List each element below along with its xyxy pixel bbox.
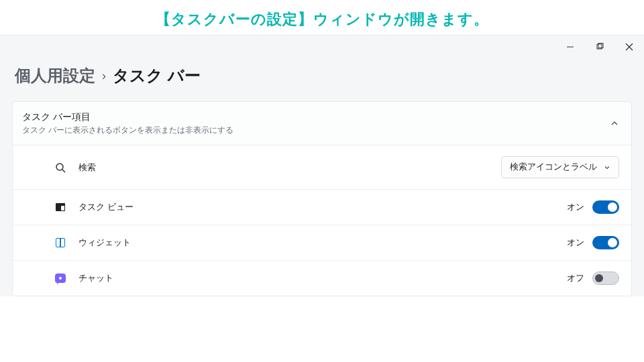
window-controls	[555, 36, 644, 58]
row-search-label: 検索	[78, 162, 501, 174]
widgets-icon	[54, 237, 66, 249]
search-dropdown-value: 検索アイコンとラベル	[510, 162, 597, 173]
row-search: 検索 検索アイコンとラベル	[13, 145, 631, 190]
widgets-toggle-state: オン	[567, 237, 584, 249]
chevron-up-icon	[610, 119, 619, 128]
breadcrumb-parent[interactable]: 個人用設定	[15, 65, 95, 86]
svg-line-6	[62, 170, 65, 172]
taskview-toggle-wrap: オン	[567, 200, 619, 214]
row-taskview: タスク ビュー オン	[13, 190, 631, 225]
taskview-toggle[interactable]	[592, 200, 619, 214]
row-chat-label: チャット	[78, 272, 567, 284]
chevron-right-icon: ›	[102, 69, 106, 83]
widgets-toggle[interactable]	[592, 236, 619, 249]
taskview-icon	[54, 201, 66, 213]
content-area: 個人用設定 › タスク バー タスク バー項目 タスク バーに表示されるボタンを…	[0, 36, 644, 296]
chat-toggle-state: オフ	[567, 273, 584, 284]
taskview-toggle-state: オン	[567, 202, 584, 213]
card-header[interactable]: タスク バー項目 タスク バーに表示されるボタンを表示または非表示にする	[13, 102, 631, 145]
chat-toggle[interactable]	[592, 272, 619, 285]
section-title: タスク バー項目	[22, 111, 233, 123]
search-icon	[54, 162, 66, 174]
breadcrumb: 個人用設定 › タスク バー	[12, 65, 632, 86]
chat-icon	[54, 272, 66, 284]
row-chat: チャット オフ	[13, 261, 631, 296]
row-taskview-label: タスク ビュー	[78, 201, 567, 213]
row-widgets-label: ウィジェット	[78, 237, 567, 249]
section-subtitle: タスク バーに表示されるボタンを表示または非表示にする	[22, 125, 233, 135]
widgets-toggle-wrap: オン	[567, 236, 619, 249]
chat-toggle-wrap: オフ	[567, 272, 619, 285]
search-dropdown[interactable]: 検索アイコンとラベル	[501, 156, 619, 178]
maximize-button[interactable]	[585, 36, 614, 58]
page-caption: 【タスクバーの設定】ウィンドウが開きます。	[0, 0, 644, 35]
chevron-down-icon	[604, 164, 610, 171]
settings-window: 個人用設定 › タスク バー タスク バー項目 タスク バーに表示されるボタンを…	[0, 35, 644, 296]
taskbar-items-card: タスク バー項目 タスク バーに表示されるボタンを表示または非表示にする 検索 …	[12, 101, 632, 296]
row-widgets: ウィジェット オン	[13, 225, 631, 261]
svg-point-5	[56, 164, 63, 170]
minimize-button[interactable]	[555, 36, 585, 58]
card-header-text: タスク バー項目 タスク バーに表示されるボタンを表示または非表示にする	[22, 111, 233, 135]
close-button[interactable]	[614, 36, 644, 58]
breadcrumb-current: タスク バー	[113, 65, 201, 86]
